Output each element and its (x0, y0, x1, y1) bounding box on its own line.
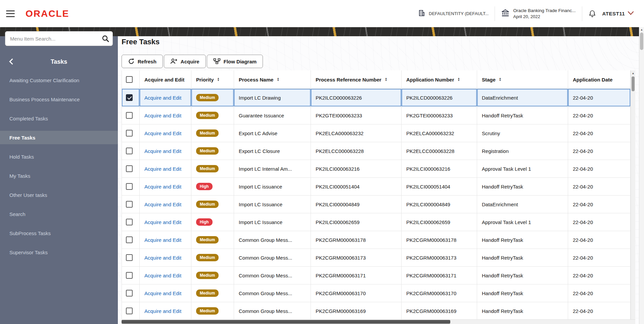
checkbox-cell (122, 178, 140, 196)
table-row: Acquire and EditMediumCommon Group Mess.… (122, 231, 631, 249)
acquire-and-edit-link[interactable]: Acquire and Edit (144, 184, 181, 190)
sort-icon[interactable]: ▲▼ (385, 77, 387, 82)
acquire-and-edit-link[interactable]: Acquire and Edit (144, 113, 181, 118)
stage-cell: Handoff RetryTask (477, 107, 568, 124)
process-name-cell: Common Group Mess... (234, 302, 311, 319)
sidebar-item-awaiting-customer-clarification[interactable]: Awaiting Customer Clarification (0, 73, 118, 87)
app-info[interactable]: Oracle Banking Trade Financ... April 20,… (501, 8, 576, 19)
priority-cell: Medium (191, 160, 234, 178)
application-date-cell: 22-04-20 (568, 249, 631, 267)
application-date-cell: 22-04-20 (568, 267, 631, 284)
application-number-cell: PK2ELCA000063232 (402, 124, 477, 142)
row-checkbox[interactable] (126, 112, 133, 119)
row-checkbox[interactable] (126, 236, 133, 243)
stage-cell: Handoff RetryTask (477, 178, 568, 196)
process-reference-cell: PK2CGRM000063169 (311, 302, 402, 319)
acquire-and-edit-link[interactable]: Acquire and Edit (144, 219, 181, 225)
hamburger-menu-icon[interactable] (6, 10, 15, 17)
scrollbar-thumb[interactable] (122, 320, 450, 324)
column-header-application-number[interactable]: Application Number▲▼ (402, 70, 477, 89)
acquire-and-edit-link[interactable]: Acquire and Edit (144, 202, 181, 207)
process-name-cell: Import LC Internal Am... (234, 160, 311, 178)
acquire-and-edit-link[interactable]: Acquire and Edit (144, 255, 181, 261)
action-cell: Acquire and Edit (140, 231, 191, 249)
row-checkbox[interactable] (126, 165, 133, 172)
row-checkbox[interactable] (126, 290, 133, 296)
checkbox-cell (122, 160, 140, 178)
column-header-process-reference-number[interactable]: Process Reference Number▲▼ (311, 70, 402, 89)
entity-selector[interactable]: DEFAULTENTITY (DEFAULT... (418, 9, 489, 18)
row-checkbox[interactable] (126, 148, 133, 154)
application-date-cell: 22-04-20 (568, 160, 631, 178)
process-name-cell: Common Group Mess... (234, 267, 311, 284)
sidebar-item-free-tasks[interactable]: Free Tasks (0, 131, 118, 144)
sidebar-item-business-process-maintenance[interactable]: Business Process Maintenance (0, 93, 118, 106)
checkbox-cell (122, 124, 140, 142)
row-checkbox[interactable] (126, 254, 133, 261)
button-label: Refresh (138, 59, 156, 64)
stage-cell: DataEnrichment (477, 89, 568, 107)
process-name-cell: Common Group Mess... (234, 284, 311, 302)
row-checkbox[interactable] (126, 94, 133, 101)
acquire-and-edit-link[interactable]: Acquire and Edit (144, 308, 181, 314)
column-header-process-name[interactable]: Process Name▲▼ (234, 70, 311, 89)
acquire-and-edit-link[interactable]: Acquire and Edit (144, 148, 181, 154)
acquire-and-edit-link[interactable]: Acquire and Edit (144, 166, 181, 172)
sidebar-item-other-user-tasks[interactable]: Other User tasks (0, 188, 118, 202)
row-checkbox[interactable] (126, 272, 133, 279)
row-checkbox[interactable] (126, 201, 133, 208)
acquire-and-edit-link[interactable]: Acquire and Edit (144, 95, 181, 101)
table-horizontal-scrollbar[interactable] (122, 319, 635, 324)
action-cell: Acquire and Edit (140, 178, 191, 196)
user-menu[interactable]: ATEST11 (602, 11, 634, 17)
sort-icon[interactable]: ▲▼ (458, 77, 460, 82)
priority-cell: High (191, 178, 234, 196)
sidebar-item-my-tasks[interactable]: My Tasks (0, 169, 118, 182)
column-label: Acquire and Edit (144, 77, 184, 83)
sidebar-item-search[interactable]: Search (0, 207, 118, 221)
table-vertical-scrollbar[interactable]: ▲ (631, 70, 635, 319)
table-row: Acquire and EditMediumImport LC Internal… (122, 160, 631, 178)
column-header-priority[interactable]: Priority▲▼ (191, 70, 234, 89)
flow-diagram-icon (213, 58, 221, 65)
checkbox-cell (122, 196, 140, 213)
sort-icon[interactable]: ▲▼ (217, 77, 220, 82)
column-header-stage[interactable]: Stage▲▼ (477, 70, 568, 89)
acquire-and-edit-link[interactable]: Acquire and Edit (144, 130, 181, 136)
row-checkbox[interactable] (126, 308, 133, 314)
acquire-and-edit-link[interactable]: Acquire and Edit (144, 290, 181, 296)
sort-icon[interactable]: ▲▼ (499, 77, 501, 82)
priority-badge: Medium (196, 94, 219, 101)
sort-icon[interactable]: ▲▼ (277, 77, 279, 82)
stage-cell: Handoff RetryTask (477, 267, 568, 284)
sidebar-item-subprocess-tasks[interactable]: SubProcess Tasks (0, 226, 118, 240)
search-icon[interactable] (102, 35, 109, 44)
entity-label: DEFAULTENTITY (DEFAULT... (429, 11, 489, 16)
row-checkbox[interactable] (126, 219, 133, 225)
priority-cell: Medium (191, 302, 234, 319)
process-reference-cell: PK2ILCI000004849 (311, 196, 402, 213)
sidebar-item-hold-tasks[interactable]: Hold Tasks (0, 150, 118, 163)
checkbox-cell (122, 284, 140, 302)
select-all-checkbox[interactable] (126, 76, 133, 83)
flow-diagram-button[interactable]: Flow Diagram (207, 55, 263, 68)
row-checkbox[interactable] (126, 130, 133, 137)
menu-search-input[interactable] (5, 32, 112, 46)
page-vertical-scrollbar[interactable]: ▲ (639, 27, 644, 324)
acquire-button[interactable]: Acquire (164, 55, 206, 68)
scrollbar-thumb[interactable] (640, 33, 643, 50)
acquire-and-edit-link[interactable]: Acquire and Edit (144, 273, 181, 278)
priority-cell: Medium (191, 107, 234, 124)
scrollbar-thumb[interactable] (632, 76, 635, 91)
row-checkbox[interactable] (126, 183, 133, 190)
scroll-up-arrow-icon[interactable]: ▲ (639, 27, 644, 31)
notifications-bell-icon[interactable] (588, 10, 596, 18)
sidebar-item-supervisor-tasks[interactable]: Supervisor Tasks (0, 246, 118, 259)
priority-cell: Medium (191, 284, 234, 302)
refresh-button[interactable]: Refresh (122, 55, 163, 68)
sidebar-item-completed-tasks[interactable]: Completed Tasks (0, 112, 118, 125)
process-reference-cell: PK2ILCI000051404 (311, 178, 402, 196)
scroll-up-arrow-icon[interactable]: ▲ (631, 70, 635, 75)
acquire-icon (170, 58, 178, 65)
acquire-and-edit-link[interactable]: Acquire and Edit (144, 237, 181, 243)
